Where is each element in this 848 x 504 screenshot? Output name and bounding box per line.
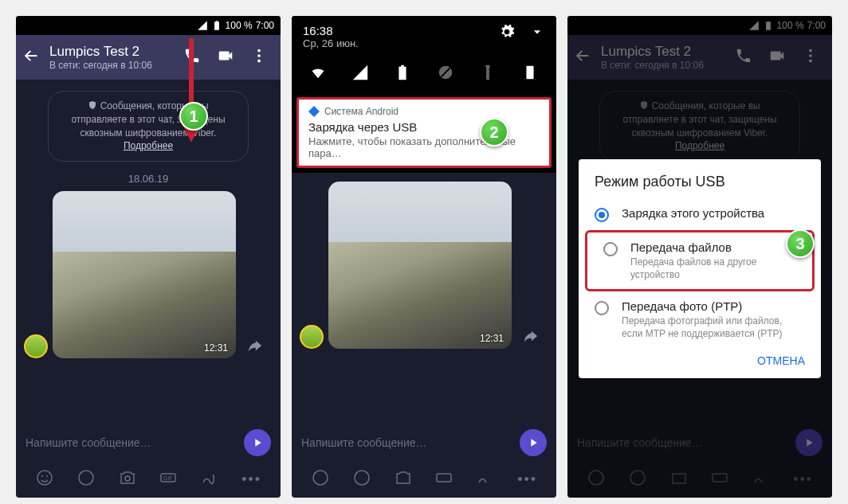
- contact-name: Lumpics Test 2: [49, 44, 174, 60]
- gif-icon[interactable]: GIF: [159, 468, 178, 490]
- avatar[interactable]: [24, 334, 48, 358]
- svg-point-2: [257, 60, 261, 63]
- svg-point-7: [125, 476, 130, 481]
- video-call-button[interactable]: [217, 47, 234, 68]
- avatar: [300, 325, 324, 349]
- portrait-toggle[interactable]: [521, 64, 539, 84]
- radio-sublabel: Передача фотографий или файлов, если MTP…: [622, 315, 805, 340]
- composer: Напишите сообщение…: [292, 424, 556, 461]
- chat-title-block[interactable]: Lumpics Test 2 В сети: сегодня в 10:06: [49, 44, 174, 71]
- svg-point-4: [41, 475, 43, 477]
- svg-point-3: [37, 471, 52, 485]
- message-time: 12:31: [204, 342, 228, 354]
- svg-point-6: [79, 471, 93, 485]
- step-badge-3: 3: [786, 229, 815, 258]
- cellular-toggle[interactable]: [351, 64, 369, 84]
- wifi-toggle[interactable]: [309, 64, 327, 84]
- sticker-icon[interactable]: [77, 468, 96, 490]
- forward-button: [521, 328, 539, 349]
- image-message: 12:31: [328, 182, 512, 349]
- record-button[interactable]: [244, 429, 271, 456]
- message-row: 12:31: [24, 191, 273, 358]
- settings-icon[interactable]: [499, 24, 515, 43]
- camera-icon[interactable]: [118, 468, 137, 490]
- more-attachments: •••: [517, 471, 537, 488]
- dialog-cancel-button[interactable]: ОТМЕНА: [579, 348, 821, 372]
- radio-file-transfer[interactable]: Передача файлов Передача файлов на друго…: [587, 232, 812, 289]
- svg-rect-14: [437, 474, 451, 482]
- svg-point-12: [313, 471, 328, 485]
- encryption-notice: Сообщения, которые вы отправляете в этот…: [48, 91, 249, 162]
- camera-icon: [394, 468, 413, 490]
- attachment-bar: •••: [292, 461, 556, 498]
- emoji-icon[interactable]: [35, 468, 54, 490]
- svg-point-0: [257, 49, 261, 53]
- svg-rect-11: [526, 66, 533, 80]
- radio-label: Передача фото (PTP): [622, 299, 805, 313]
- more-button[interactable]: [250, 47, 268, 68]
- dialog-title: Режим работы USB: [579, 174, 821, 198]
- radio-charge[interactable]: Зарядка этого устройства: [579, 198, 821, 230]
- composer[interactable]: Напишите сообщение…: [16, 424, 281, 461]
- battery-toggle[interactable]: [394, 64, 411, 84]
- forward-button[interactable]: [245, 338, 263, 358]
- svg-point-5: [46, 475, 48, 477]
- attachment-bar: GIF •••: [16, 461, 281, 498]
- radio-label: Зарядка этого устройства: [622, 206, 764, 220]
- radio-ptp[interactable]: Передача фото (PTP) Передача фотографий …: [579, 291, 821, 348]
- composer-placeholder: Напишите сообщение…: [26, 436, 244, 449]
- battery-icon: [211, 20, 222, 31]
- clock-text: 7:00: [256, 20, 274, 31]
- phone-screen-2: 16:38 Ср, 26 июн. Система Android Зарядк…: [292, 16, 556, 498]
- svg-point-1: [257, 54, 261, 57]
- doodle-icon: [476, 468, 495, 490]
- step-badge-1: 1: [179, 102, 208, 131]
- signal-icon: [197, 20, 208, 31]
- back-button[interactable]: [22, 47, 40, 68]
- radio-icon: [603, 242, 618, 256]
- gif-icon: [434, 468, 453, 490]
- shield-icon: [88, 100, 97, 110]
- emoji-icon: [311, 468, 330, 490]
- svg-point-13: [355, 471, 369, 485]
- doodle-icon[interactable]: [200, 468, 219, 490]
- flashlight-toggle[interactable]: [479, 64, 497, 84]
- notification-shade[interactable]: 16:38 Ср, 26 июн. Система Android Зарядк…: [292, 16, 556, 173]
- chat-body: Сообщения, которые вы отправляете в этот…: [16, 80, 281, 424]
- phone-screen-1: 100 % 7:00 Lumpics Test 2 В сети: сегодн…: [16, 16, 281, 498]
- shade-time: 16:38: [303, 24, 359, 37]
- contact-status: В сети: сегодня в 10:06: [49, 60, 174, 71]
- usb-mode-dialog: Режим работы USB Зарядка этого устройств…: [579, 159, 821, 378]
- quick-settings: [292, 54, 556, 97]
- android-logo-icon: [308, 106, 320, 117]
- battery-text: 100 %: [226, 20, 253, 31]
- status-bar: 100 % 7:00: [16, 16, 281, 35]
- phone-screen-3: 100 % 7:00 Lumpics Test 2 В сети: сегодн…: [567, 16, 832, 498]
- sticker-icon: [352, 468, 371, 490]
- dnd-toggle[interactable]: [437, 64, 454, 84]
- radio-label: Передача файлов: [630, 240, 796, 254]
- usb-notification[interactable]: Система Android Зарядка через USB Нажмит…: [296, 97, 552, 168]
- image-message[interactable]: 12:31: [53, 191, 236, 358]
- chat-header: Lumpics Test 2 В сети: сегодня в 10:06: [16, 35, 281, 80]
- svg-text:GIF: GIF: [163, 475, 173, 481]
- date-separator: 18.06.19: [16, 173, 281, 185]
- radio-icon: [595, 208, 609, 222]
- expand-icon[interactable]: [529, 24, 545, 43]
- more-attachments[interactable]: •••: [241, 471, 261, 488]
- record-button: [520, 429, 547, 456]
- radio-sublabel: Передача файлов на другое устройство: [630, 256, 796, 281]
- shade-date: Ср, 26 июн.: [303, 37, 359, 49]
- encryption-more-link[interactable]: Подробнее: [124, 140, 173, 151]
- radio-icon: [595, 301, 609, 315]
- step-badge-2: 2: [480, 118, 508, 147]
- notification-app-name: Система Android: [324, 106, 398, 117]
